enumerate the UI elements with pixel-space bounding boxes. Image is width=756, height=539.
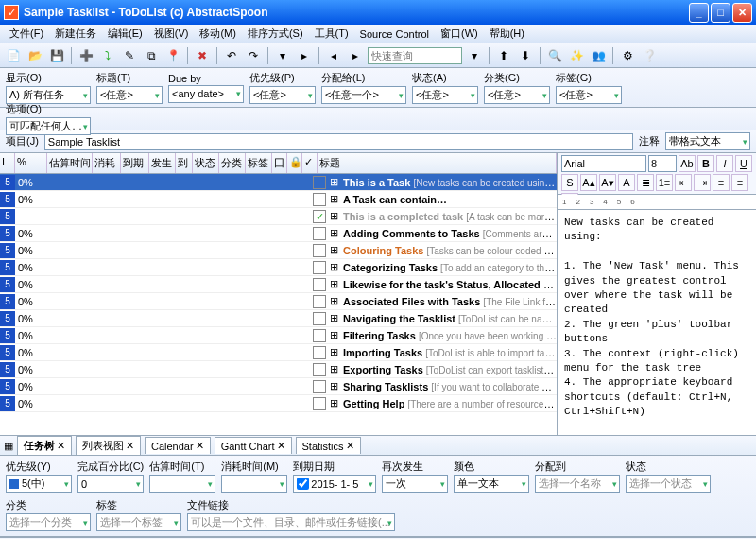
done-checkbox[interactable] (313, 329, 326, 342)
expand-icon[interactable]: ⊞ (328, 278, 339, 290)
col-lock[interactable]: 🔒 (287, 153, 302, 173)
attr-assigned[interactable]: 选择一个名称 (535, 475, 620, 493)
expand-icon[interactable]: ⊞ (328, 397, 339, 409)
menu-window[interactable]: 窗口(W) (435, 26, 484, 41)
attr-spent[interactable] (221, 475, 287, 493)
filter-dueby[interactable]: <any date> (168, 85, 244, 103)
table-row[interactable]: 50%⊞Colouring Tasks [Tasks can be colour… (0, 242, 557, 259)
menu-tools[interactable]: 工具(T) (309, 26, 354, 41)
quick-search-input[interactable] (368, 47, 462, 64)
attr-tags[interactable]: 选择一个标签 (96, 513, 181, 531)
align-center-icon[interactable]: ≡ (731, 174, 748, 191)
filter-title[interactable]: <任意> (96, 86, 163, 104)
close-icon[interactable]: ✕ (346, 440, 354, 452)
tab-calendar[interactable]: Calendar✕ (145, 437, 211, 454)
new-file-icon[interactable]: 📄 (4, 46, 23, 65)
outdent-icon[interactable]: ⇤ (675, 174, 692, 191)
done-checkbox[interactable] (313, 397, 326, 410)
expand-icon[interactable]: ⊞ (328, 295, 339, 307)
grow-font-icon[interactable]: A▴ (580, 174, 597, 191)
collapse-icon[interactable]: ▸ (295, 46, 314, 65)
attr-priority[interactable]: 5(中) (6, 475, 72, 493)
underline-icon[interactable]: U (735, 155, 752, 172)
copy-icon[interactable]: ⧉ (142, 46, 161, 65)
close-icon[interactable]: ✕ (277, 440, 285, 452)
expand-icon[interactable]: ⊞ (328, 261, 339, 273)
filter-tags[interactable]: <任意> (556, 86, 622, 104)
settings-icon[interactable]: ⚙ (618, 46, 637, 65)
table-row[interactable]: 50%⊞Importing Tasks [ToDoList is able to… (0, 344, 557, 361)
people-icon[interactable]: 👥 (589, 46, 608, 65)
prev-icon[interactable]: ◂ (324, 46, 343, 65)
col-a[interactable]: 囗 (272, 153, 287, 173)
expand-icon[interactable]: ▾ (273, 46, 292, 65)
done-checkbox[interactable] (313, 193, 326, 206)
font-size-combo[interactable]: 8 (648, 155, 677, 172)
filter-assigned[interactable]: <任意一个> (321, 86, 406, 104)
align-left-icon[interactable]: ≡ (713, 174, 730, 191)
table-row[interactable]: 50%⊞A Task can contain… (0, 191, 557, 208)
table-row[interactable]: 5⊞This is a completed task [A task can b… (0, 208, 557, 225)
attr-category[interactable]: 选择一个分类 (6, 513, 91, 531)
menu-edit[interactable]: 编辑(E) (102, 26, 148, 41)
menu-sort[interactable]: 排序方式(S) (242, 26, 309, 41)
col-due[interactable]: 到期 (121, 153, 149, 173)
done-checkbox[interactable] (313, 363, 326, 376)
table-row[interactable]: 50%⊞Filtering Tasks [Once you have been … (0, 327, 557, 344)
expand-icon[interactable]: ⊞ (328, 363, 339, 375)
project-name-input[interactable] (44, 133, 633, 150)
col-title[interactable]: 标题 (318, 153, 557, 173)
attr-recur[interactable]: 一次 (382, 475, 448, 493)
search-go-icon[interactable]: ▾ (465, 46, 484, 65)
done-checkbox[interactable] (313, 176, 326, 189)
new-subtask-icon[interactable]: ⤵ (98, 46, 117, 65)
tab-statistics[interactable]: Statistics✕ (296, 437, 361, 454)
col-tag[interactable]: 标签 (246, 153, 272, 173)
menu-help[interactable]: 帮助(H) (484, 26, 530, 41)
col-i[interactable]: I (0, 153, 15, 173)
filter-priority[interactable]: <任意> (249, 86, 316, 104)
done-checkbox[interactable] (313, 261, 326, 274)
tab-tasktree[interactable]: 任务树✕ (17, 436, 72, 455)
attr-filelink[interactable]: 可以是一个文件、目录、邮件或任务链接(... (187, 513, 395, 531)
filter-options[interactable]: 可匹配任何人… (6, 117, 91, 135)
notes-body[interactable]: New tasks can be created using: 1. The '… (558, 210, 756, 435)
shrink-font-icon[interactable]: A▾ (599, 174, 616, 191)
attr-est[interactable] (149, 475, 215, 493)
expand-icon[interactable]: ⊞ (328, 380, 339, 392)
done-checkbox[interactable] (313, 227, 326, 240)
table-row[interactable]: 50%⊞Getting Help [There are a number of … (0, 395, 557, 412)
col-stat[interactable]: 状态 (193, 153, 219, 173)
open-icon[interactable]: 📂 (26, 46, 44, 65)
col-chk[interactable]: ✓ (302, 153, 318, 173)
done-checkbox[interactable] (313, 210, 326, 223)
help-icon[interactable]: ❔ (640, 46, 659, 65)
maximize-button[interactable]: □ (711, 3, 730, 23)
close-button[interactable]: ✕ (732, 3, 752, 23)
expand-icon[interactable]: ⊞ (328, 312, 339, 324)
strike-icon[interactable]: S (561, 174, 578, 191)
done-checkbox[interactable] (313, 295, 326, 308)
expand-icon[interactable]: ⊞ (328, 329, 339, 341)
table-row[interactable]: 50%⊞Exporting Tasks [ToDoList can export… (0, 361, 557, 378)
done-checkbox[interactable] (313, 244, 326, 257)
tab-gantt[interactable]: Gantt Chart✕ (215, 437, 292, 454)
close-icon[interactable]: ✕ (57, 440, 65, 452)
delete-icon[interactable]: ✖ (193, 46, 212, 65)
italic-icon[interactable]: I (716, 155, 733, 172)
col-occ[interactable]: 发生 (149, 153, 176, 173)
find-icon[interactable]: 🔍 (545, 46, 564, 65)
expand-icon[interactable]: ⊞ (328, 210, 339, 222)
table-row[interactable]: 50%⊞Categorizing Tasks [To add an catego… (0, 259, 557, 276)
table-row[interactable]: 50%⊞Navigating the Tasklist [ToDoList ca… (0, 310, 557, 327)
menu-view[interactable]: 视图(V) (148, 26, 195, 41)
expand-icon[interactable]: ⊞ (328, 176, 339, 188)
done-checkbox[interactable] (313, 312, 326, 325)
new-task-icon[interactable]: ➕ (77, 46, 95, 65)
bullets-icon[interactable]: ≣ (637, 174, 654, 191)
notes-format-combo[interactable]: 带格式文本 (665, 132, 750, 150)
menu-sourcecontrol[interactable]: Source Control (354, 28, 435, 40)
wand-icon[interactable]: ✨ (567, 46, 586, 65)
next-icon[interactable]: ▸ (346, 46, 365, 65)
tab-listview[interactable]: 列表视图✕ (76, 436, 141, 455)
